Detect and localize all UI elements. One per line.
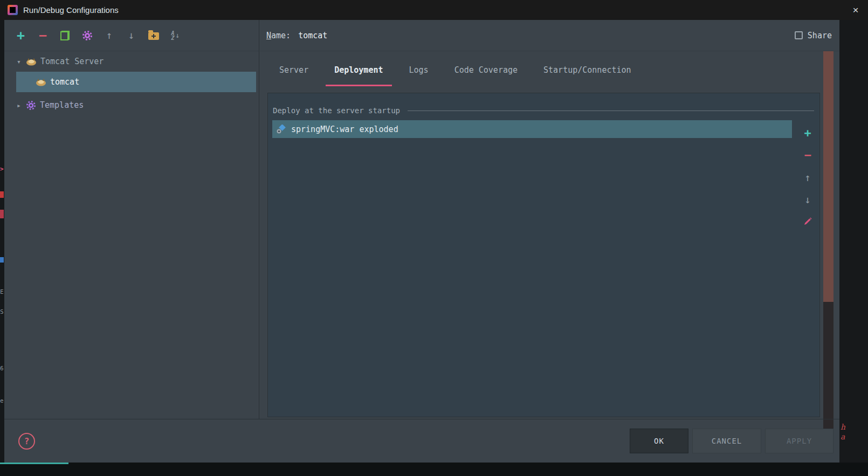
deployment-edit-button[interactable]: [800, 214, 815, 229]
background-fragment: [0, 191, 4, 198]
share-label: Share: [808, 31, 832, 40]
arrow-up-icon: ↑: [106, 30, 112, 40]
sort-letter-z: Z: [171, 36, 175, 40]
tab-startup-connection[interactable]: Startup/Connection: [531, 51, 644, 89]
edit-defaults-button[interactable]: [76, 20, 98, 51]
sort-arrow: ↓: [176, 31, 180, 39]
minus-icon: −: [804, 149, 811, 161]
pencil-icon: [803, 217, 812, 226]
run-debug-configurations-dialog: + − ↑ ↓: [4, 20, 839, 463]
chevron-down-icon[interactable]: ▾: [12, 58, 26, 66]
deploy-at-startup-group: Deploy at the server startup springMVC:w…: [267, 93, 820, 417]
templates-gear-icon: [26, 100, 36, 111]
background-fragment: h: [841, 423, 845, 431]
gear-icon: [82, 30, 93, 41]
background-fragment: [0, 257, 4, 263]
move-down-button[interactable]: ↓: [120, 20, 142, 51]
dialog-title: Run/Debug Configurations: [23, 5, 119, 15]
dialog-title-bar: Run/Debug Configurations ×: [0, 0, 868, 20]
help-button[interactable]: ?: [18, 433, 35, 450]
background-fragment: E: [0, 288, 4, 295]
background-fragment: e: [0, 397, 4, 404]
background-fragment: 6: [0, 365, 4, 372]
tab-logs[interactable]: Logs: [396, 51, 442, 89]
plus-icon: +: [804, 127, 811, 139]
deployment-side-toolbar: + − ↑ ↓: [798, 126, 817, 229]
tree-item-label: tomcat: [50, 77, 79, 87]
tree-item-tomcat[interactable]: tomcat: [16, 72, 256, 92]
intellij-logo-icon: [8, 5, 18, 15]
sort-configurations-button[interactable]: A Z ↓: [164, 20, 187, 51]
share-checkbox-group[interactable]: Share: [795, 31, 832, 40]
tree-item-tomcat-server[interactable]: ▾ Tomcat Server: [4, 51, 259, 72]
background-fragment: [0, 210, 4, 218]
remove-configuration-button[interactable]: −: [32, 20, 54, 51]
background-fragment: S: [0, 308, 4, 315]
tree-item-templates[interactable]: ▸ Templates: [4, 95, 259, 115]
share-checkbox[interactable]: [795, 31, 803, 39]
add-configuration-button[interactable]: +: [10, 20, 32, 51]
tree-item-label: Tomcat Server: [40, 57, 104, 66]
close-button[interactable]: ×: [843, 0, 868, 20]
background-fragment: >: [0, 165, 4, 173]
background-accent-line: [0, 463, 68, 464]
tree-toolbar: + − ↑ ↓: [4, 20, 259, 51]
copy-configuration-button[interactable]: [54, 20, 76, 51]
group-title-separator: [408, 111, 814, 111]
scrollbar-thumb[interactable]: [823, 51, 833, 302]
configuration-tabs: Server Deployment Logs Code Coverage Sta…: [260, 51, 839, 89]
plus-icon: +: [17, 29, 25, 42]
dialog-footer: ? OK CANCEL APPLY: [4, 419, 839, 463]
deployment-move-up-button[interactable]: ↑: [800, 170, 815, 185]
deployment-move-down-button[interactable]: ↓: [800, 192, 815, 207]
name-label: Name:: [266, 31, 291, 40]
arrow-up-icon: ↑: [804, 173, 810, 183]
screen: > E S 6 e h a Run/Debug Configurations ×…: [0, 0, 868, 476]
new-folder-button[interactable]: [142, 20, 164, 51]
background-fragment: a: [841, 432, 845, 441]
tab-code-coverage[interactable]: Code Coverage: [442, 51, 531, 89]
configuration-editor-panel: Name: tomcat Share Server Deployment Log…: [260, 20, 839, 419]
tomcat-icon: [36, 78, 46, 86]
ide-background-bottom-strip: [0, 463, 868, 476]
deployment-add-button[interactable]: +: [800, 126, 815, 141]
deployment-remove-button[interactable]: −: [800, 148, 815, 163]
minus-icon: −: [39, 29, 47, 42]
configurations-tree-panel: + − ↑ ↓: [4, 20, 259, 419]
artifact-label: springMVC:war exploded: [291, 125, 398, 134]
ide-background-left-strip: > E S 6 e: [0, 20, 4, 476]
dialog-scrollbar[interactable]: [823, 51, 833, 431]
group-title: Deploy at the server startup: [273, 106, 400, 115]
group-title-row: Deploy at the server startup: [268, 93, 819, 120]
copy-icon: [60, 31, 70, 40]
tree-item-label: Templates: [40, 100, 84, 110]
ide-background-right-strip: h a: [839, 20, 868, 476]
name-input[interactable]: tomcat: [298, 31, 327, 40]
sort-az-icon: A Z ↓: [171, 31, 180, 40]
cancel-button[interactable]: CANCEL: [692, 429, 761, 453]
artifact-icon: [276, 125, 286, 134]
arrow-down-icon: ↓: [804, 195, 810, 205]
tomcat-icon: [26, 58, 37, 66]
new-folder-icon: [148, 32, 159, 40]
tab-deployment[interactable]: Deployment: [321, 51, 396, 89]
arrow-down-icon: ↓: [128, 30, 134, 40]
tab-server[interactable]: Server: [266, 51, 321, 89]
move-up-button[interactable]: ↑: [98, 20, 120, 51]
name-row: Name: tomcat Share: [260, 20, 839, 51]
deployment-artifact-row[interactable]: springMVC:war exploded: [272, 120, 792, 138]
chevron-right-icon[interactable]: ▸: [12, 101, 26, 109]
ok-button[interactable]: OK: [630, 429, 688, 453]
apply-button: APPLY: [765, 429, 833, 453]
footer-buttons: OK CANCEL APPLY: [630, 429, 833, 453]
